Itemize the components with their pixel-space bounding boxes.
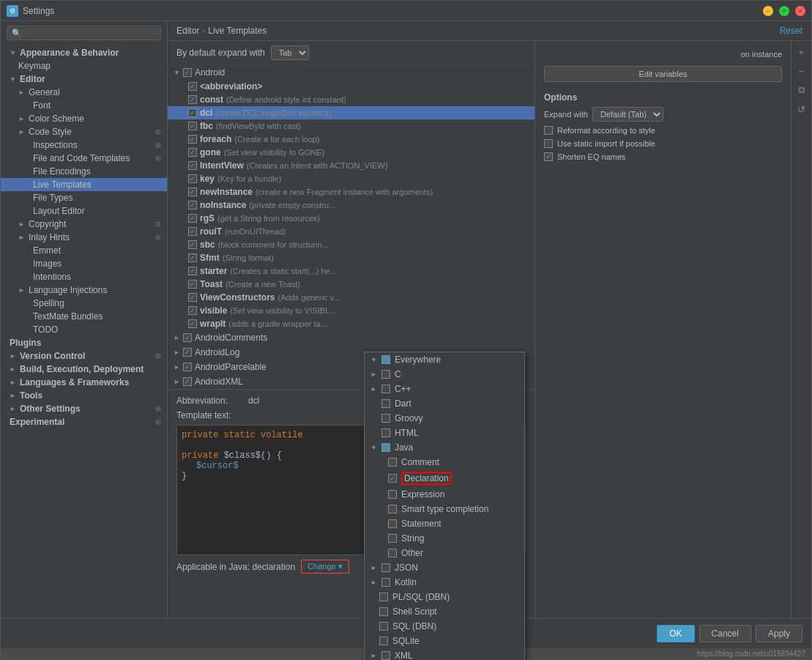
minimize-button[interactable]: − (763, 6, 773, 16)
sidebar-item-file-code-templates[interactable]: File and Code Templates ⊞ (1, 152, 167, 165)
group-checkbox[interactable] (183, 363, 192, 371)
expand-dropdown[interactable]: Tab (271, 45, 309, 60)
sidebar-item-images[interactable]: Images (1, 257, 167, 270)
dropdown-item-other-java[interactable]: Other (365, 546, 524, 560)
item-checkbox[interactable] (188, 280, 197, 289)
tpl-item-intentview[interactable]: IntentView (Creates an Intent with ACTIO… (168, 159, 534, 172)
static-import-checkbox[interactable] (544, 139, 553, 148)
sidebar-item-code-style[interactable]: ► Code Style ⊞ (1, 125, 167, 138)
item-checkbox[interactable] (188, 188, 197, 196)
copy-template-icon[interactable]: ⧉ (794, 82, 810, 98)
item-checkbox[interactable] (188, 306, 197, 315)
tpl-item-newinstance[interactable]: newInstance (create a new Fragment insta… (168, 185, 534, 199)
remove-icon[interactable]: − (794, 63, 810, 79)
dropdown-item-groovy[interactable]: ► Groovy (365, 411, 524, 426)
dropdown-item-dart[interactable]: ► Dart (365, 396, 524, 411)
sidebar-item-experimental[interactable]: Experimental ⊞ (1, 415, 167, 429)
sidebar-item-general[interactable]: ► General (1, 86, 167, 99)
dropdown-item-kotlin[interactable]: ► Kotlin (365, 575, 524, 590)
declaration-checkbox[interactable] (388, 474, 397, 483)
group-checkbox[interactable] (183, 377, 192, 386)
sidebar-item-build[interactable]: ► Build, Execution, Deployment (1, 363, 167, 376)
c-checkbox[interactable] (381, 370, 390, 379)
dropdown-item-cpp[interactable]: ► C++ (365, 382, 524, 396)
change-button[interactable]: Change ▾ (301, 560, 349, 574)
sidebar-item-file-types[interactable]: File Types (1, 191, 167, 204)
item-checkbox[interactable] (188, 82, 197, 91)
sidebar-item-plugins[interactable]: Plugins (1, 336, 167, 349)
tpl-group-android-comments[interactable]: ► AndroidComments (168, 330, 534, 345)
sidebar-item-textmate[interactable]: TextMate Bundles (1, 310, 167, 323)
sidebar-item-intentions[interactable]: Intentions (1, 270, 167, 283)
json-checkbox[interactable] (381, 563, 390, 572)
sidebar-item-live-templates[interactable]: Live Templates (1, 178, 167, 191)
restore-icon[interactable]: ↺ (794, 101, 810, 117)
sidebar-item-inlay-hints[interactable]: ► Inlay Hints ⊞ (1, 231, 167, 244)
tpl-item-sfmt[interactable]: Sfmt (String format) (168, 251, 534, 264)
dropdown-item-everywhere[interactable]: ▼ Everywhere (365, 352, 524, 367)
item-checkbox[interactable] (188, 95, 197, 104)
comment-checkbox[interactable] (388, 458, 397, 467)
java-checkbox[interactable] (381, 443, 390, 452)
sidebar-item-other-settings[interactable]: ► Other Settings ⊞ (1, 402, 167, 415)
android-group-checkbox[interactable] (183, 68, 192, 77)
edit-variables-button[interactable]: Edit variables (544, 66, 782, 82)
item-checkbox[interactable] (188, 148, 197, 157)
cancel-button[interactable]: Cancel (699, 625, 751, 642)
dropdown-item-string[interactable]: String (365, 531, 524, 546)
group-checkbox[interactable] (183, 348, 192, 357)
sidebar-item-color-scheme[interactable]: ► Color Scheme (1, 112, 167, 125)
item-checkbox[interactable] (188, 293, 197, 302)
search-input[interactable] (7, 26, 161, 40)
item-checkbox[interactable] (188, 214, 197, 223)
statement-checkbox[interactable] (388, 519, 397, 528)
item-checkbox[interactable] (188, 135, 197, 144)
dropdown-item-c[interactable]: ► C (365, 367, 524, 382)
item-checkbox[interactable] (188, 240, 197, 249)
item-checkbox[interactable] (188, 108, 197, 117)
item-checkbox[interactable] (188, 227, 197, 236)
apply-button[interactable]: Apply (756, 625, 802, 642)
dropdown-item-expression[interactable]: Expression (365, 487, 524, 502)
cpp-checkbox[interactable] (381, 385, 390, 393)
add-icon[interactable]: + (794, 44, 810, 60)
shell-checkbox[interactable] (379, 607, 388, 616)
tpl-item-rgs[interactable]: rgS (get a String from resources) (168, 212, 534, 225)
tpl-item-fbc[interactable]: fbc (findViewByld with cast) (168, 119, 534, 133)
smart-type-checkbox[interactable] (388, 505, 397, 513)
tpl-item-foreach[interactable]: foreach (Create a for each loop) (168, 133, 534, 146)
tpl-item-toast[interactable]: Toast (Create a new Toast) (168, 278, 534, 291)
sidebar-item-appearance[interactable]: ▼ Appearance & Behavior (1, 46, 167, 59)
tpl-item-visible[interactable]: visible (Set view visibility to VISIBL..… (168, 304, 534, 317)
tpl-item-rouit[interactable]: rouiT (runOnUIThread) (168, 225, 534, 238)
kotlin-checkbox[interactable] (381, 578, 390, 587)
item-checkbox[interactable] (188, 174, 197, 183)
tpl-item-wrapit[interactable]: wrapIt (adds a gradle wrapper ta... (168, 317, 534, 330)
dropdown-item-comment[interactable]: Comment (365, 455, 524, 470)
sidebar-item-version-control[interactable]: ► Version Control ⊞ (1, 349, 167, 363)
sidebar-item-emmet[interactable]: Emmet (1, 244, 167, 257)
reset-button[interactable]: Reset (780, 26, 802, 36)
sidebar-item-todo[interactable]: TODO (1, 323, 167, 336)
sidebar-item-inspections[interactable]: Inspections ⊞ (1, 138, 167, 152)
group-checkbox[interactable] (183, 333, 192, 342)
sidebar-item-layout-editor[interactable]: Layout Editor (1, 204, 167, 218)
maximize-button[interactable]: + (779, 6, 789, 16)
tpl-item-key[interactable]: key (Key for a bundle) (168, 172, 534, 185)
shorten-eq-checkbox[interactable] (544, 152, 553, 161)
tpl-item-sbc[interactable]: sbc (block comment for structurin... (168, 238, 534, 251)
tpl-item-const[interactable]: const (Define android style int constant… (168, 93, 534, 106)
item-checkbox[interactable] (188, 161, 197, 170)
html-checkbox[interactable] (381, 429, 390, 437)
tpl-item-dcl[interactable]: dcl (create DCL singleDon instance) (168, 106, 534, 119)
item-checkbox[interactable] (188, 253, 197, 262)
item-checkbox[interactable] (188, 201, 197, 210)
dropdown-item-plsql[interactable]: PL/SQL (DBN) (365, 590, 524, 604)
other-java-checkbox[interactable] (388, 549, 397, 557)
dropdown-item-json[interactable]: ► JSON (365, 560, 524, 575)
sidebar-item-tools[interactable]: ► Tools (1, 389, 167, 402)
sidebar-item-file-encodings[interactable]: File Encodings (1, 165, 167, 178)
sidebar-item-language-injections[interactable]: ► Language Injections (1, 283, 167, 297)
groovy-checkbox[interactable] (381, 414, 390, 423)
dropdown-item-html[interactable]: ► HTML (365, 426, 524, 440)
